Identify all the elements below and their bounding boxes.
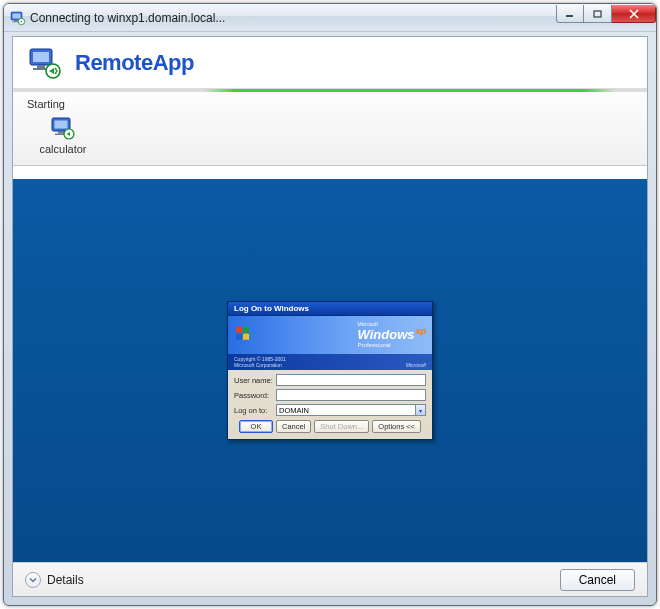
domain-value: DOMAIN: [279, 406, 309, 415]
svg-rect-6: [594, 11, 601, 17]
app-title: RemoteApp: [75, 50, 194, 76]
collapse-down-icon: [25, 572, 41, 588]
window-frame: Connecting to winxp1.domain.local...: [3, 3, 657, 606]
maximize-button[interactable]: [584, 5, 612, 23]
app-item-calculator[interactable]: calculator: [27, 112, 99, 155]
monitor-icon: [49, 114, 77, 142]
domain-combo[interactable]: DOMAIN ▾: [276, 404, 426, 416]
client-area: RemoteApp Starting calculator: [12, 36, 648, 597]
logonto-label: Log on to:: [234, 406, 276, 415]
windows-flag-icon: [234, 325, 254, 345]
remoteapp-icon: [10, 10, 26, 26]
ok-button[interactable]: OK: [239, 420, 273, 433]
svg-rect-1: [13, 13, 21, 18]
remoteapp-logo-icon: [27, 45, 63, 81]
chevron-down-icon[interactable]: ▾: [415, 405, 425, 415]
logon-form: User name: Password: Log on to: DOMAIN ▾: [228, 370, 432, 439]
svg-rect-5: [566, 15, 573, 17]
close-button[interactable]: [612, 5, 656, 23]
app-item-label: calculator: [39, 143, 86, 155]
svg-rect-14: [58, 131, 64, 134]
starting-panel: Starting calculator: [13, 92, 647, 166]
starting-label: Starting: [27, 98, 633, 110]
username-label: User name:: [234, 376, 276, 385]
brand-professional: Professional: [358, 342, 391, 348]
svg-rect-8: [33, 52, 49, 62]
footer: Details Cancel: [13, 562, 647, 596]
details-button[interactable]: Details: [25, 572, 84, 588]
minimize-button[interactable]: [556, 5, 584, 23]
header-band: RemoteApp: [13, 37, 647, 89]
svg-rect-13: [55, 121, 68, 129]
options-button[interactable]: Options <<: [372, 420, 421, 433]
logon-copyright: Copyright © 1985-2001Microsoft Corporati…: [228, 354, 432, 370]
titlebar[interactable]: Connecting to winxp1.domain.local...: [4, 4, 656, 32]
password-input[interactable]: [276, 389, 426, 401]
window-title: Connecting to winxp1.domain.local...: [30, 11, 556, 25]
brand-windows: Windowsxp: [358, 327, 426, 341]
logon-title: Log On to Windows: [228, 302, 432, 316]
logon-cancel-button[interactable]: Cancel: [276, 420, 311, 433]
remote-desktop-area: Log On to Windows Microsoft Windowsxp: [13, 179, 647, 562]
logon-dialog: Log On to Windows Microsoft Windowsxp: [227, 301, 433, 440]
svg-rect-9: [37, 65, 45, 68]
logon-banner: Microsoft Windowsxp Professional: [228, 316, 432, 354]
password-label: Password:: [234, 391, 276, 400]
shutdown-button: Shut Down...: [314, 420, 369, 433]
window-controls: [556, 4, 656, 31]
username-input[interactable]: [276, 374, 426, 386]
details-label: Details: [47, 573, 84, 587]
cancel-button[interactable]: Cancel: [560, 569, 635, 591]
